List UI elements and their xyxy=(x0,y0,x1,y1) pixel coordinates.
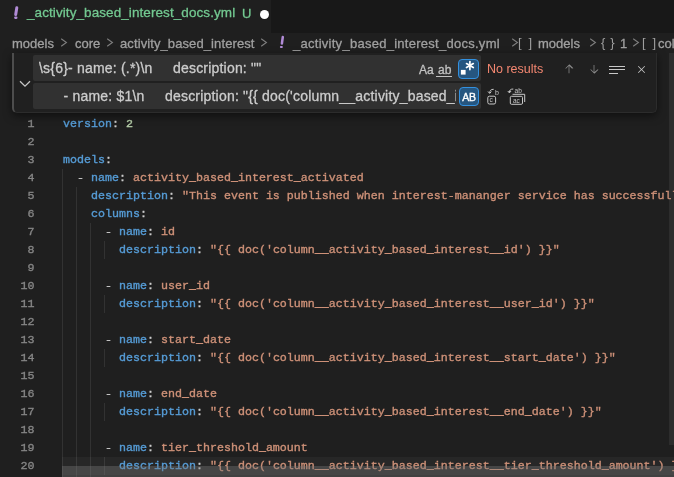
svg-text:ab: ab xyxy=(515,87,523,94)
svg-text:c: c xyxy=(490,96,494,103)
svg-text:ac: ac xyxy=(513,97,521,104)
svg-text:b: b xyxy=(495,89,499,96)
